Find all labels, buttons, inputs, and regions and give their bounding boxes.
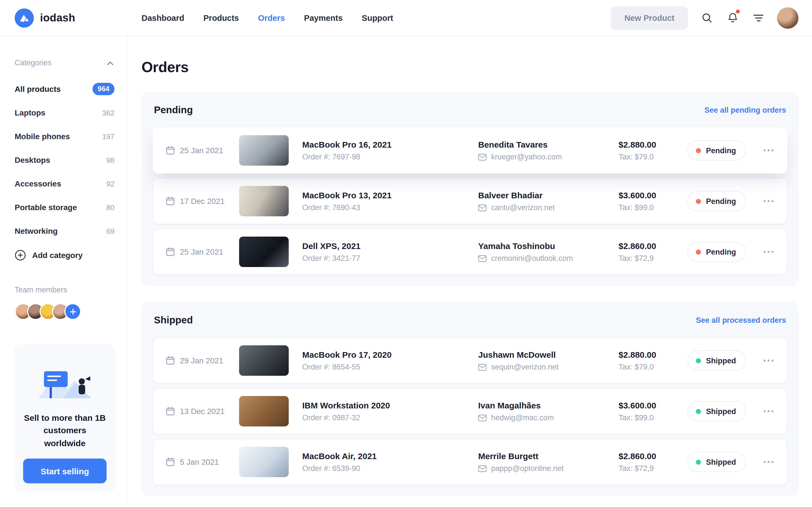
- top-actions: New Product: [611, 6, 799, 30]
- count-badge: 197: [102, 132, 114, 140]
- count-badge: 362: [102, 108, 114, 117]
- brand[interactable]: iodash: [15, 8, 142, 27]
- product-name: MacBook Air, 2021: [302, 451, 478, 461]
- filter-button[interactable]: [751, 10, 766, 25]
- nav-dashboard[interactable]: Dashboard: [142, 13, 185, 22]
- product-name: MacBook Pro 17, 2020: [302, 350, 478, 359]
- order-row[interactable]: 25 Jan 2021 Dell XPS, 2021 Order #: 3421…: [153, 229, 787, 275]
- add-team-member-button[interactable]: [64, 303, 81, 320]
- order-date: 29 Jan 2021: [166, 356, 239, 365]
- order-row[interactable]: 5 Jan 2021 MacBook Air, 2021 Order #: 65…: [153, 439, 787, 485]
- more-button[interactable]: [761, 403, 776, 419]
- calendar-icon: [166, 196, 175, 206]
- order-price: $2.880.00: [619, 350, 688, 359]
- notification-dot: [736, 9, 740, 13]
- order-date: 25 Jan 2021: [166, 247, 239, 256]
- nav-products[interactable]: Products: [204, 13, 239, 22]
- top-bar: iodash Dashboard Products Orders Payment…: [0, 0, 812, 36]
- customer-email: krueger@yahoo.com: [491, 153, 562, 161]
- order-number: Order #: 7697-98: [302, 153, 478, 161]
- order-date: 17 Dec 2021: [166, 196, 239, 206]
- more-button[interactable]: [761, 244, 776, 260]
- sidebar-item-networking[interactable]: Networking 69: [15, 219, 114, 243]
- nav-support[interactable]: Support: [362, 13, 393, 22]
- sidebar-item-laptops[interactable]: Laptops 362: [15, 101, 114, 124]
- sidebar-item-accessories[interactable]: Accessories 92: [15, 172, 114, 195]
- price-cell: $2.860.00 Tax: $72,9: [619, 451, 688, 473]
- status-badge: Pending: [688, 191, 746, 211]
- customer-name: Ivan Magalhães: [478, 400, 619, 410]
- nav-orders[interactable]: Orders: [258, 13, 285, 22]
- categories-header: Categories: [15, 57, 114, 68]
- section-header: Shipped See all processed orders: [153, 313, 787, 337]
- user-avatar[interactable]: [777, 7, 799, 29]
- customer-email: pappp@optonline.net: [491, 464, 564, 473]
- more-button[interactable]: [761, 454, 776, 470]
- customer-email: cremonini@outlook.com: [491, 254, 573, 263]
- status-badge: Shipped: [688, 350, 746, 371]
- order-row[interactable]: 25 Jan 2021 MacBook Pro 16, 2021 Order #…: [153, 127, 787, 173]
- order-price: $2.880.00: [619, 140, 688, 149]
- product-name: MacBook Pro 13, 2021: [302, 190, 478, 200]
- order-row[interactable]: 17 Dec 2021 MacBook Pro 13, 2021 Order #…: [153, 178, 787, 224]
- customer-name: Yamaha Toshinobu: [478, 241, 619, 251]
- see-all-processed-link[interactable]: See all processed orders: [696, 316, 786, 325]
- nav-payments[interactable]: Payments: [304, 13, 343, 22]
- sidebar-item-portable-storage[interactable]: Portable storage 80: [15, 195, 114, 219]
- notifications-button[interactable]: [725, 10, 740, 25]
- customer-cell: Yamaha Toshinobu cremonini@outlook.com: [478, 241, 619, 263]
- sidebar-item-desktops[interactable]: Desktops 98: [15, 148, 114, 172]
- product-name: MacBook Pro 16, 2021: [302, 140, 478, 149]
- search-button[interactable]: [699, 10, 714, 25]
- calendar-icon: [166, 457, 175, 466]
- ellipsis-icon: [763, 359, 774, 362]
- chevron-up-icon: [107, 61, 113, 65]
- status-dot: [696, 148, 701, 153]
- order-date: 5 Jan 2021: [166, 457, 239, 466]
- brand-name: iodash: [40, 11, 75, 24]
- team-members: [15, 303, 114, 320]
- customer-cell: Ivan Magalhães hedwig@mac.com: [478, 400, 619, 422]
- section-title: Shipped: [154, 314, 193, 326]
- customer-name: Balveer Bhadiar: [478, 190, 619, 200]
- status-dot: [696, 249, 701, 255]
- customer-cell: Balveer Bhadiar cantu@verizon.net: [478, 190, 619, 212]
- customer-email: cantu@verizon.net: [491, 203, 555, 212]
- calendar-icon: [166, 146, 175, 155]
- order-row[interactable]: 29 Jan 2021 MacBook Pro 17, 2020 Order #…: [153, 337, 787, 384]
- envelope-icon: [478, 154, 487, 160]
- categories-collapse-button[interactable]: [106, 57, 114, 68]
- status-badge: Pending: [688, 140, 746, 161]
- envelope-icon: [478, 363, 487, 371]
- price-cell: $3.600.00 Tax: $99.0: [619, 400, 688, 422]
- more-button[interactable]: [761, 193, 776, 209]
- product-thumbnail: [239, 237, 289, 267]
- new-product-button[interactable]: New Product: [611, 6, 688, 30]
- order-tax: Tax: $79.0: [619, 153, 688, 161]
- order-price: $3.600.00: [619, 190, 688, 200]
- main-content: Orders Pending See all pending orders 25…: [128, 36, 812, 507]
- envelope-icon: [478, 414, 487, 421]
- order-row[interactable]: 13 Dec 2021 IBM Workstation 2020 Order #…: [153, 388, 787, 434]
- order-tax: Tax: $99.0: [619, 203, 688, 212]
- start-selling-button[interactable]: Start selling: [23, 459, 107, 483]
- calendar-icon: [166, 247, 175, 256]
- product-name: IBM Workstation 2020: [302, 400, 478, 410]
- search-icon: [701, 12, 712, 23]
- more-button[interactable]: [761, 353, 776, 369]
- filter-icon: [753, 13, 763, 22]
- calendar-icon: [166, 356, 175, 365]
- promo-card: Sell to more than 1B customers worldwide…: [14, 344, 116, 492]
- order-number: Order #: 7690-43: [302, 203, 478, 212]
- order-price: $2.860.00: [619, 451, 688, 461]
- section-title: Pending: [154, 104, 193, 116]
- add-category-button[interactable]: Add category: [15, 249, 83, 261]
- sidebar-item-all-products[interactable]: All products 964: [15, 77, 114, 101]
- plus-icon: [70, 308, 76, 315]
- sidebar-item-mobile-phones[interactable]: Mobile phones 197: [15, 124, 114, 148]
- see-all-pending-link[interactable]: See all pending orders: [704, 106, 786, 114]
- iodash-logo-icon: [15, 8, 34, 27]
- more-button[interactable]: [761, 143, 776, 158]
- promo-title: Sell to more than 1B customers worldwide: [23, 411, 107, 450]
- product-cell: Dell XPS, 2021 Order #: 3421-77: [302, 241, 478, 263]
